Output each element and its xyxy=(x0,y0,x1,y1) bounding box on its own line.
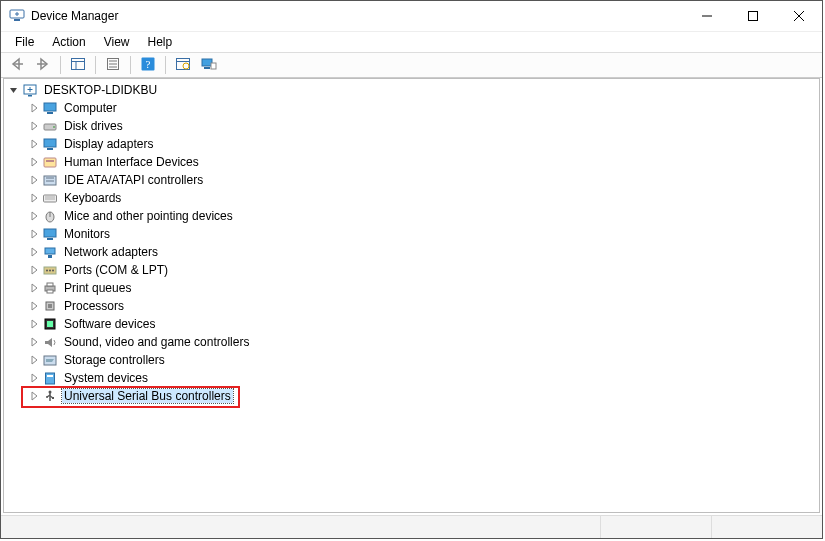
svg-rect-3 xyxy=(749,12,758,21)
tree-item[interactable]: Processors xyxy=(4,297,819,315)
sound-icon xyxy=(42,334,58,350)
svg-rect-50 xyxy=(47,283,53,286)
tree-item[interactable]: Ports (COM & LPT) xyxy=(4,261,819,279)
tree-item[interactable]: System devices xyxy=(4,369,819,387)
menu-help[interactable]: Help xyxy=(140,34,181,50)
printer-icon xyxy=(42,280,58,296)
maximize-button[interactable] xyxy=(730,1,776,31)
expander-icon[interactable] xyxy=(28,318,40,330)
help-icon: ? xyxy=(141,57,155,74)
tree-item[interactable]: Mice and other pointing devices xyxy=(4,207,819,225)
svg-rect-41 xyxy=(44,229,56,237)
tree-item-label: Print queues xyxy=(62,281,133,295)
svg-point-19 xyxy=(183,63,189,69)
device-tree[interactable]: DESKTOP-LDIDKBUComputerDisk drivesDispla… xyxy=(3,78,820,513)
mouse-icon xyxy=(42,208,58,224)
monitor-icon xyxy=(42,136,58,152)
svg-rect-62 xyxy=(52,397,54,399)
svg-point-46 xyxy=(46,270,48,272)
help-button[interactable]: ? xyxy=(136,54,160,76)
expander-icon[interactable] xyxy=(28,210,40,222)
tree-item[interactable]: Computer xyxy=(4,99,819,117)
tree-item[interactable]: Storage controllers xyxy=(4,351,819,369)
menu-view[interactable]: View xyxy=(96,34,138,50)
storage-icon xyxy=(42,352,58,368)
scan-icon xyxy=(175,57,191,74)
tree-root-label: DESKTOP-LDIDKBU xyxy=(42,83,159,97)
svg-line-4 xyxy=(794,11,804,21)
tree-item-label: Computer xyxy=(62,101,119,115)
tree-item[interactable]: Software devices xyxy=(4,315,819,333)
devices-icon xyxy=(201,57,217,74)
statusbar xyxy=(1,515,822,538)
expander-icon[interactable] xyxy=(28,102,40,114)
svg-point-28 xyxy=(53,126,55,128)
panel-icon xyxy=(70,57,86,74)
tree-item[interactable]: Display adapters xyxy=(4,135,819,153)
close-button[interactable] xyxy=(776,1,822,31)
network-icon xyxy=(42,244,58,260)
expander-icon[interactable] xyxy=(28,282,40,294)
minimize-button[interactable] xyxy=(684,1,730,31)
tree-item[interactable]: Disk drives xyxy=(4,117,819,135)
svg-rect-43 xyxy=(45,248,55,254)
tree-item[interactable]: Print queues xyxy=(4,279,819,297)
system-icon xyxy=(42,370,58,386)
expander-icon[interactable] xyxy=(28,264,40,276)
expander-icon[interactable] xyxy=(28,192,40,204)
keyboard-icon xyxy=(42,190,58,206)
properties-button[interactable] xyxy=(101,54,125,76)
expander-icon[interactable] xyxy=(28,138,40,150)
expander-icon[interactable] xyxy=(28,390,40,402)
expander-icon[interactable] xyxy=(28,372,40,384)
tree-item-label: Sound, video and game controllers xyxy=(62,335,251,349)
devices-button[interactable] xyxy=(197,54,221,76)
svg-text:?: ? xyxy=(146,58,151,70)
tree-item[interactable]: Universal Serial Bus controllers xyxy=(4,387,819,405)
tree-item[interactable]: IDE ATA/ATAPI controllers xyxy=(4,171,819,189)
tree-item-label: System devices xyxy=(62,371,150,385)
svg-rect-1 xyxy=(14,19,20,21)
scan-button[interactable] xyxy=(171,54,195,76)
svg-rect-25 xyxy=(44,103,56,111)
cpu-icon xyxy=(42,298,58,314)
tree-item[interactable]: Network adapters xyxy=(4,243,819,261)
svg-rect-53 xyxy=(48,304,52,308)
svg-rect-24 xyxy=(28,95,32,97)
expander-icon[interactable] xyxy=(28,120,40,132)
expander-icon[interactable] xyxy=(28,354,40,366)
tree-item[interactable]: Sound, video and game controllers xyxy=(4,333,819,351)
expander-icon[interactable] xyxy=(28,336,40,348)
tree-item[interactable]: Keyboards xyxy=(4,189,819,207)
svg-rect-26 xyxy=(47,112,53,114)
svg-rect-44 xyxy=(48,255,52,258)
tree-item-label: Software devices xyxy=(62,317,157,331)
arrow-left-icon xyxy=(9,57,25,74)
tree-item[interactable]: Human Interface Devices xyxy=(4,153,819,171)
expander-icon[interactable] xyxy=(28,174,40,186)
tree-root[interactable]: DESKTOP-LDIDKBU xyxy=(4,81,819,99)
svg-rect-8 xyxy=(72,58,85,69)
svg-rect-57 xyxy=(46,373,55,384)
expander-icon[interactable] xyxy=(8,84,20,96)
expander-icon[interactable] xyxy=(28,228,40,240)
svg-rect-51 xyxy=(47,290,53,293)
show-hide-button[interactable] xyxy=(66,54,90,76)
svg-rect-58 xyxy=(47,375,53,377)
svg-rect-31 xyxy=(44,158,56,167)
svg-rect-42 xyxy=(47,238,53,240)
forward-button[interactable] xyxy=(31,54,55,76)
tree-item-label: Monitors xyxy=(62,227,112,241)
menu-file[interactable]: File xyxy=(7,34,42,50)
tree-item[interactable]: Monitors xyxy=(4,225,819,243)
software-icon xyxy=(42,316,58,332)
back-button[interactable] xyxy=(5,54,29,76)
usb-icon xyxy=(42,388,58,404)
toolbar-separator xyxy=(95,56,96,74)
tree-item-label: Human Interface Devices xyxy=(62,155,201,169)
menu-action[interactable]: Action xyxy=(44,34,93,50)
expander-icon[interactable] xyxy=(28,300,40,312)
expander-icon[interactable] xyxy=(28,246,40,258)
svg-line-5 xyxy=(794,11,804,21)
expander-icon[interactable] xyxy=(28,156,40,168)
